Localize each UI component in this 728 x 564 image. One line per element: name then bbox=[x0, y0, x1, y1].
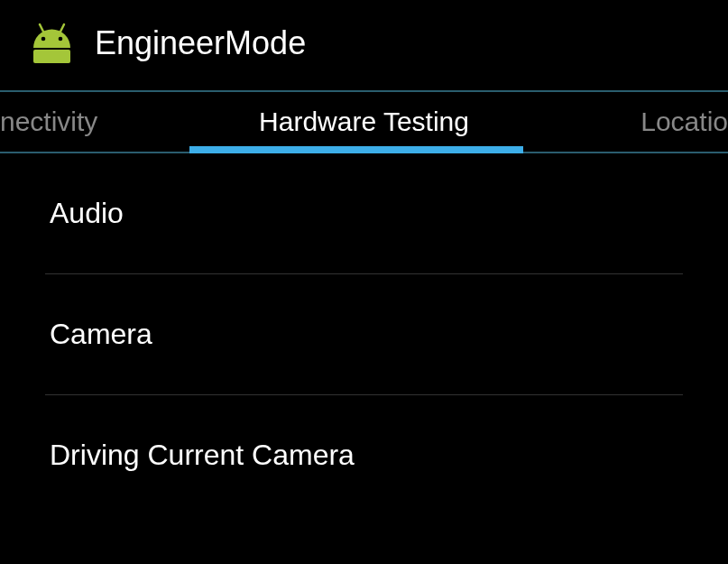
hardware-testing-list: Audio Camera Driving Current Camera bbox=[0, 153, 728, 515]
list-item-label: Camera bbox=[50, 318, 152, 350]
app-header: EngineerMode bbox=[0, 0, 728, 90]
tab-connectivity[interactable]: nectivity bbox=[0, 92, 126, 152]
app-title: EngineerMode bbox=[95, 24, 306, 62]
android-icon bbox=[27, 18, 77, 68]
active-tab-indicator bbox=[189, 146, 523, 153]
tab-label: Locatio bbox=[640, 106, 728, 137]
list-item-label: Audio bbox=[50, 197, 124, 229]
list-item[interactable]: Driving Current Camera bbox=[45, 395, 683, 515]
svg-point-4 bbox=[59, 37, 63, 42]
svg-line-0 bbox=[40, 24, 43, 32]
tab-location[interactable]: Locatio bbox=[602, 92, 728, 152]
list-item[interactable]: Audio bbox=[45, 153, 683, 274]
tab-label: Hardware Testing bbox=[259, 106, 469, 137]
list-item[interactable]: Camera bbox=[45, 274, 683, 395]
tab-bar: nectivity Hardware Testing Locatio bbox=[0, 90, 728, 153]
svg-line-1 bbox=[60, 24, 64, 32]
svg-point-3 bbox=[41, 37, 46, 42]
tab-label: nectivity bbox=[0, 106, 97, 137]
svg-rect-2 bbox=[33, 50, 70, 63]
tab-hardware-testing[interactable]: Hardware Testing bbox=[126, 92, 602, 152]
list-item-label: Driving Current Camera bbox=[50, 439, 355, 471]
